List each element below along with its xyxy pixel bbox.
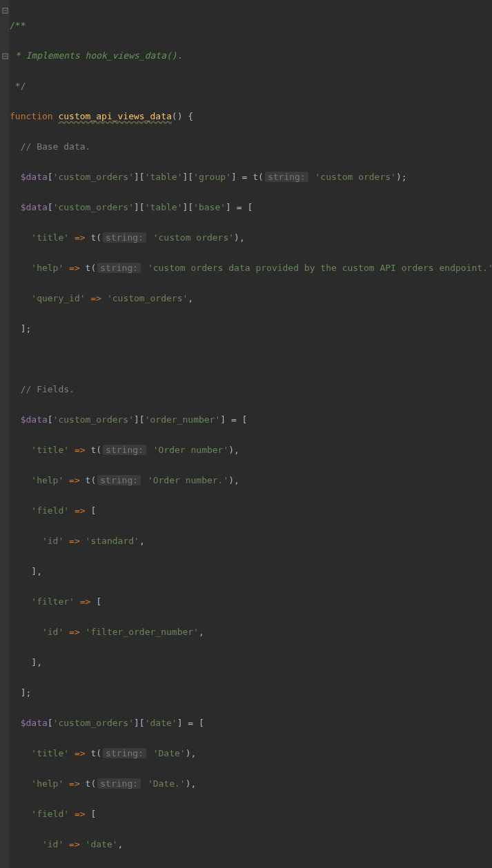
key: 'help' [31, 778, 63, 789]
string: 'Date.' [148, 778, 186, 789]
keyword-function: function [10, 111, 53, 121]
code-editor[interactable]: /** * Implements hook_views_data(). */ f… [0, 0, 492, 868]
key: 'help' [31, 263, 63, 273]
var-data: $data [21, 718, 48, 728]
key: 'custom_orders' [53, 414, 134, 425]
key: 'base' [193, 202, 226, 212]
string: 'custom orders' [315, 172, 396, 182]
key: 'help' [31, 475, 63, 485]
string: 'filter_order_number' [86, 627, 199, 637]
docblock-body: * Implements hook_views_data(). [10, 50, 182, 61]
param-hint: string: [97, 475, 141, 485]
key: 'title' [31, 748, 69, 758]
key: 'custom_orders' [53, 172, 134, 182]
docblock-open: /** [10, 20, 26, 30]
key: 'group' [193, 172, 231, 182]
param-hint: string: [97, 778, 141, 789]
var-data: $data [21, 202, 48, 212]
docblock-close: */ [10, 81, 26, 91]
var-data: $data [21, 172, 48, 182]
key: 'date' [145, 718, 177, 728]
string: 'date' [86, 839, 118, 849]
param-hint: string: [97, 263, 141, 273]
minus-box-icon [2, 8, 8, 14]
param-hint: string: [265, 172, 308, 182]
key: 'order_number' [145, 414, 221, 425]
comment: // Base data. [21, 141, 91, 152]
minus-box-icon [2, 53, 8, 59]
string: 'custom_orders' [107, 293, 188, 303]
key: 'id' [42, 839, 63, 849]
string: 'Order number.' [148, 475, 228, 485]
function-name: custom_api_views_data [58, 111, 171, 121]
gutter [0, 0, 10, 868]
code-body[interactable]: /** * Implements hook_views_data(). */ f… [10, 0, 492, 868]
fold-toggle[interactable] [1, 48, 8, 63]
key: 'title' [31, 445, 69, 455]
key: 'title' [31, 232, 69, 243]
param-hint: string: [103, 445, 146, 455]
key: 'id' [42, 627, 63, 637]
fold-toggle[interactable] [1, 3, 8, 18]
key: 'custom_orders' [53, 202, 134, 212]
key: 'table' [145, 202, 183, 212]
comment: // Fields. [21, 384, 75, 394]
param-hint: string: [103, 232, 146, 243]
var-data: $data [21, 414, 48, 425]
key: 'custom_orders' [53, 718, 134, 728]
key: 'field' [31, 809, 69, 819]
string: 'Date' [153, 748, 186, 758]
key: 'table' [145, 172, 183, 182]
string: 'Order number' [153, 445, 229, 455]
string: 'standard' [86, 536, 139, 546]
key: 'filter' [31, 596, 75, 607]
string: 'custom orders' [153, 232, 234, 243]
param-hint: string: [103, 748, 146, 758]
key: 'query_id' [31, 293, 85, 303]
key: 'field' [31, 505, 69, 516]
string: 'custom orders data provided by the cust… [148, 263, 492, 273]
key: 'id' [42, 536, 63, 546]
